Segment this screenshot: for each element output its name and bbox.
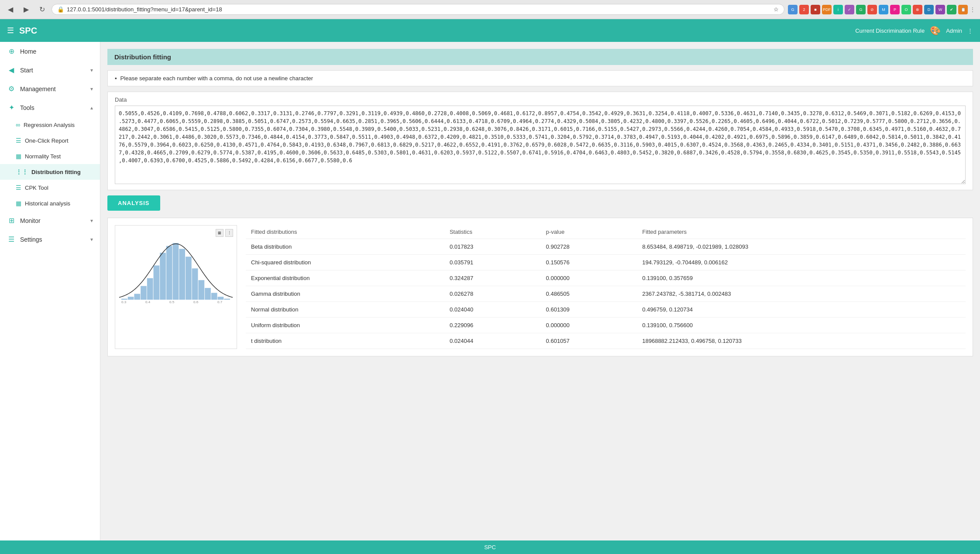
ext-5[interactable]: i — [833, 5, 843, 14]
dist-stats: 0.035791 — [444, 255, 541, 270]
sidebar-item-tools[interactable]: ✦ Tools ▴ — [0, 98, 100, 117]
admin-menu-icon[interactable]: ⋮ — [967, 27, 973, 34]
lock-icon: 🔒 — [57, 6, 64, 13]
dist-stats: 0.024040 — [444, 302, 541, 318]
instruction-text: Please separate each number with a comma… — [120, 75, 313, 82]
sidebar-item-monitor[interactable]: ⊞ Monitor ▾ — [0, 211, 100, 230]
svg-rect-4 — [147, 278, 153, 300]
col-pvalue: p-value — [541, 225, 637, 239]
table-row: Uniform distribution 0.229096 0.000000 0… — [246, 318, 966, 333]
svg-rect-9 — [179, 249, 185, 300]
management-label: Management — [20, 85, 56, 92]
dist-params: 8.653484, 8.498719, -0.021989, 1.028093 — [637, 239, 966, 255]
dist-params: 194.793129, -0.704489, 0.006162 — [637, 255, 966, 270]
svg-rect-7 — [166, 246, 172, 300]
settings-label: Settings — [20, 236, 42, 243]
svg-rect-10 — [186, 256, 192, 300]
svg-rect-16 — [224, 299, 230, 300]
sidebar-item-distribution[interactable]: ⋮⋮ Distribution fitting — [0, 164, 100, 180]
settings-chevron: ▾ — [90, 236, 93, 243]
dist-params: 0.496759, 0.120734 — [637, 302, 966, 318]
ext-2[interactable]: 2 — [799, 5, 809, 14]
dist-stats: 0.324287 — [444, 270, 541, 286]
sidebar-item-management[interactable]: ⚙ Management ▾ — [0, 79, 100, 98]
tools-icon: ✦ — [7, 103, 16, 112]
extensions-menu[interactable]: ⋮ — [970, 6, 976, 13]
bookmark-icon: ☆ — [774, 6, 779, 13]
chart-container: ⊞ ⋮ 0.3 0.4 0.5 0.6 0.7 — [115, 225, 237, 349]
palette-icon[interactable]: 🎨 — [930, 25, 941, 36]
ext-13[interactable]: D — [924, 5, 934, 14]
ext-4[interactable]: PDF — [822, 5, 832, 14]
chart-tool-1[interactable]: ⊞ — [216, 229, 224, 237]
ext-14[interactable]: W — [935, 5, 945, 14]
data-input[interactable]: 0.5055,0.4526,0.4109,0.7698,0.4788,0.606… — [115, 106, 966, 184]
table-row: t distribution 0.024044 0.601057 1896888… — [246, 333, 966, 349]
sidebar-item-settings[interactable]: ☰ Settings ▾ — [0, 230, 100, 249]
dist-pvalue: 0.150576 — [541, 255, 637, 270]
results-container: ⊞ ⋮ 0.3 0.4 0.5 0.6 0.7 — [107, 218, 973, 356]
normality-icon: ▦ — [16, 153, 21, 160]
tools-label: Tools — [20, 104, 34, 111]
one-click-icon: ☰ — [16, 137, 21, 144]
ext-8[interactable]: ⊘ — [867, 5, 877, 14]
table-row: Exponential distribution 0.324287 0.0000… — [246, 270, 966, 286]
dist-params: 2367.243782, -5.381714, 0.002483 — [637, 286, 966, 302]
management-icon: ⚙ — [7, 85, 16, 93]
ext-7[interactable]: G — [856, 5, 866, 14]
ext-11[interactable]: O — [901, 5, 911, 14]
col-params: Fitted parameters — [637, 225, 966, 239]
page-title: Distribution fitting — [107, 49, 973, 65]
ext-12[interactable]: ⊗ — [913, 5, 922, 14]
sidebar-item-normality[interactable]: ▦ Normality Test — [0, 148, 100, 164]
ext-6[interactable]: ✓ — [845, 5, 854, 14]
browser-extensions: G 2 ■ PDF i ✓ G ⊘ M P O ⊗ D W ✔ 📋 ⋮ — [788, 5, 976, 14]
back-button[interactable]: ◀ — [4, 3, 17, 16]
start-label: Start — [20, 67, 33, 74]
svg-rect-8 — [173, 243, 179, 300]
ext-15[interactable]: ✔ — [947, 5, 956, 14]
ext-9[interactable]: M — [879, 5, 888, 14]
dist-params: 0.139100, 0.357659 — [637, 270, 966, 286]
bullet-icon: ▪ — [115, 75, 117, 82]
sidebar-item-home[interactable]: ⊕ Home — [0, 42, 100, 61]
sidebar-item-one-click[interactable]: ☰ One-Click Report — [0, 133, 100, 148]
monitor-icon: ⊞ — [7, 216, 16, 225]
sidebar: ⊕ Home ◀ Start ▾ ⚙ Management ▾ ✦ Tools … — [0, 42, 100, 540]
home-label: Home — [20, 48, 36, 55]
dist-pvalue: 0.486505 — [541, 286, 637, 302]
dist-name: Uniform distribution — [246, 318, 444, 333]
dist-name: Gamma distribution — [246, 286, 444, 302]
ext-10[interactable]: P — [890, 5, 900, 14]
forward-button[interactable]: ▶ — [20, 3, 32, 16]
url-text: 127.0.0.1:5001/distribution_fitting?menu… — [67, 6, 222, 13]
ext-16[interactable]: 📋 — [958, 5, 968, 14]
reload-button[interactable]: ↻ — [36, 3, 48, 16]
address-bar[interactable]: 🔒 127.0.0.1:5001/distribution_fitting?me… — [52, 4, 784, 15]
instruction-box: ▪ Please separate each number with a com… — [107, 70, 973, 86]
dist-pvalue: 0.000000 — [541, 270, 637, 286]
normality-label: Normality Test — [25, 153, 61, 160]
ext-3[interactable]: ■ — [811, 5, 820, 14]
historical-icon: ▦ — [16, 200, 21, 207]
sidebar-item-regression[interactable]: ∞ Regression Analysis — [0, 117, 100, 133]
distribution-label: Distribution fitting — [31, 169, 81, 175]
analysis-button[interactable]: ANALYSIS — [107, 195, 160, 211]
discrimination-rule-label: Current Discrimination Rule — [855, 27, 925, 34]
hamburger-menu[interactable]: ☰ — [7, 26, 14, 35]
dist-stats: 0.026278 — [444, 286, 541, 302]
dist-name: Exponential distribution — [246, 270, 444, 286]
dist-stats: 0.024044 — [444, 333, 541, 349]
svg-rect-11 — [192, 268, 198, 300]
sidebar-item-cpk[interactable]: ☰ CPK Tool — [0, 180, 100, 195]
dist-name: t distribution — [246, 333, 444, 349]
sidebar-item-historical[interactable]: ▦ Historical analysis — [0, 195, 100, 211]
dist-stats: 0.017823 — [444, 239, 541, 255]
footer-text: SPC — [484, 544, 496, 551]
sidebar-item-start[interactable]: ◀ Start ▾ — [0, 61, 100, 79]
chart-tool-2[interactable]: ⋮ — [225, 229, 233, 237]
ext-1[interactable]: G — [788, 5, 798, 14]
dist-stats: 0.229096 — [444, 318, 541, 333]
app-title: SPC — [19, 26, 37, 36]
dist-pvalue: 0.000000 — [541, 318, 637, 333]
